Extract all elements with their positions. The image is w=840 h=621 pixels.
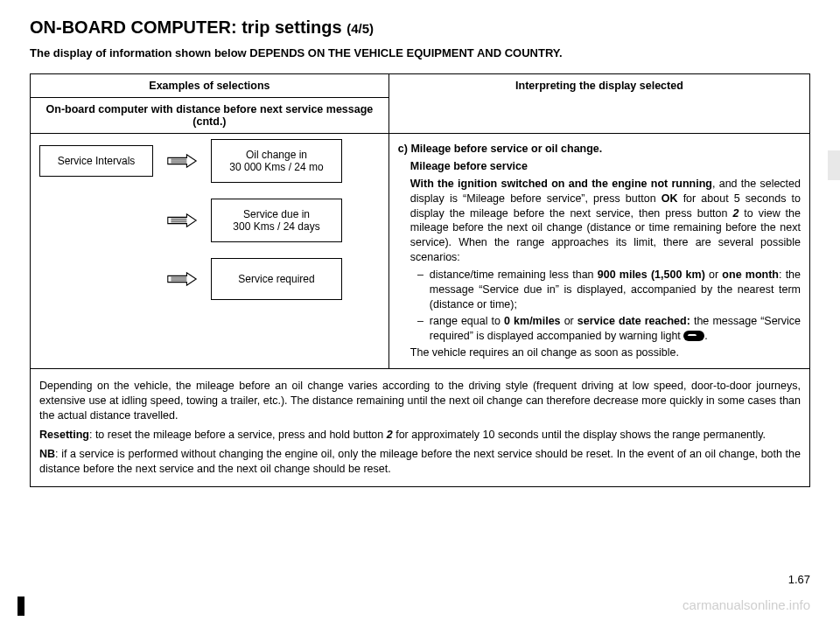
b2f: . (704, 330, 707, 342)
b2b: 0 km/miles (504, 315, 561, 327)
arrow-icon (165, 271, 199, 287)
service-due-line1: Service due in (219, 208, 334, 220)
interp-tail: The vehicle requires an oil change as so… (410, 345, 801, 360)
foot-p2c: 2 (387, 429, 393, 441)
bullet-2: range equal to 0 km/miles or service dat… (430, 314, 801, 344)
b2c: or (561, 315, 578, 327)
diagram-row-2: Service due in 300 Kms / 24 days (39, 199, 380, 242)
foot-p1: Depending on the vehicle, the mileage be… (39, 379, 801, 423)
box-service-due: Service due in 300 Kms / 24 days (211, 199, 342, 242)
box-service-intervals: Service Intervals (39, 145, 153, 177)
oil-change-line2: 30 000 Kms / 24 mo (219, 161, 334, 173)
interp-ok: OK (662, 192, 678, 205)
diagram-row-1: Service Intervals Oil change in 30 000 K… (39, 139, 380, 183)
b1d: one month (722, 269, 779, 281)
warning-light-icon (683, 331, 704, 341)
foot-resetting-label: Resetting (39, 429, 89, 441)
interp-lead-bold: With the ignition switched on and the en… (410, 178, 712, 190)
service-due-line2: 300 Kms / 24 days (219, 220, 334, 233)
page-number: 1.67 (788, 573, 810, 586)
box-service-required: Service required (211, 258, 342, 300)
oil-change-line1: Oil change in (219, 149, 334, 161)
b1b: 900 miles (1,500 km) (598, 269, 705, 281)
interpretation-cell: c) Mileage before service or oil change.… (388, 134, 809, 369)
foot-nb-label: NB (39, 448, 55, 460)
foot-p2d: for approximately 10 seconds until the d… (393, 429, 766, 441)
interp-sub-heading: Mileage before service (410, 160, 528, 172)
foot-p3b: : if a service is performed without chan… (39, 448, 801, 475)
footnote-cell: Depending on the vehicle, the mileage be… (31, 369, 810, 486)
page-title: ON-BOARD COMPUTER: trip settings (4/5) (30, 17, 810, 38)
print-crop-marks (18, 597, 28, 616)
foot-p2b: : to reset the mileage before a service,… (89, 429, 387, 441)
header-examples: Examples of selections (31, 74, 389, 98)
header-subtitle: On-board computer with distance before n… (31, 98, 389, 134)
diagram-cell: Service Intervals Oil change in 30 000 K… (31, 134, 389, 369)
arrow-icon (165, 153, 199, 169)
diagram-row-3: Service required (39, 258, 380, 300)
header-interpreting: Interpreting the display selected (388, 74, 809, 134)
side-tab (828, 150, 840, 180)
b2a: range equal to (430, 315, 504, 327)
equipment-notice: The display of information shown below D… (30, 46, 810, 59)
arrow-icon (165, 213, 199, 228)
title-suffix: (4/5) (346, 21, 374, 36)
b1c: or (705, 269, 723, 281)
box-oil-change: Oil change in 30 000 Kms / 24 mo (211, 139, 342, 183)
b2d: service date reached: (578, 315, 690, 327)
interp-c-heading: c) Mileage before service or oil change. (398, 143, 602, 155)
bullet-1: distance/time remaining less than 900 mi… (430, 268, 801, 312)
b1a: distance/time remaining less than (430, 269, 598, 281)
content-table: Examples of selections Interpreting the … (30, 73, 810, 487)
title-main: ON-BOARD COMPUTER: trip settings (30, 17, 346, 37)
watermark: carmanualsonline.info (682, 597, 810, 612)
